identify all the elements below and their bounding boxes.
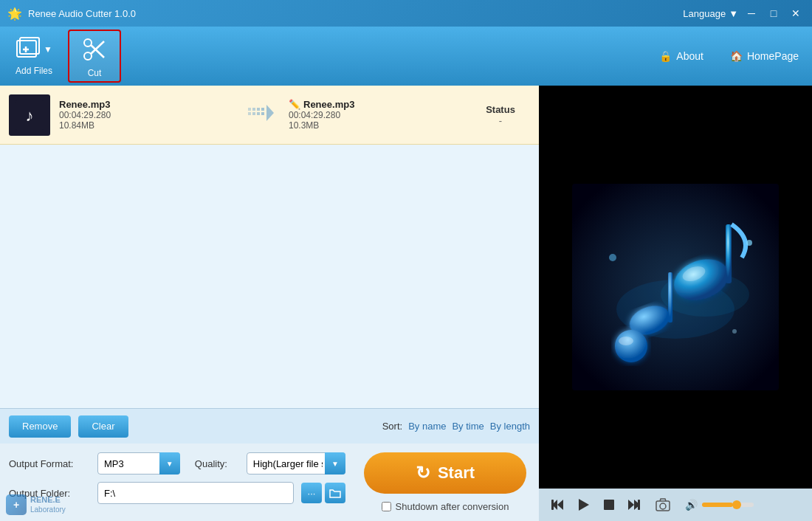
brand-text: RENE.E Laboratory <box>30 495 66 514</box>
stop-icon <box>602 498 616 511</box>
refresh-icon: ↻ <box>416 463 430 483</box>
svg-rect-17 <box>261 112 264 115</box>
svg-rect-10 <box>248 108 251 111</box>
sort-by-time[interactable]: By time <box>452 421 484 432</box>
about-nav-item[interactable]: 🔒 About <box>653 46 709 66</box>
file-output-info: ✏️ Renee.mp3 00:04:29.280 10.3MB <box>289 99 462 131</box>
svg-rect-14 <box>248 112 251 115</box>
app-logo: 🌟 <box>7 7 22 21</box>
language-label: Language <box>683 8 726 19</box>
shutdown-checkbox[interactable] <box>382 502 391 511</box>
app-title: Renee Audio Cutter 1.0.0 <box>28 8 683 19</box>
svg-point-5 <box>84 39 92 46</box>
skip-forward-button[interactable] <box>625 497 644 513</box>
brand-name: RENE.E <box>30 495 66 505</box>
svg-marker-34 <box>557 500 563 510</box>
brand-watermark: + RENE.E Laboratory <box>6 494 66 515</box>
brand-lab: Laboratory <box>30 506 66 514</box>
output-folder-path: F:\ <box>97 482 294 504</box>
svg-rect-12 <box>257 108 260 111</box>
cut-label: Cut <box>88 68 102 78</box>
skip-back-button[interactable] <box>548 497 567 513</box>
play-button[interactable] <box>573 496 593 514</box>
svg-rect-33 <box>551 500 554 510</box>
quality-dropdown-arrow[interactable]: ▼ <box>325 452 345 475</box>
cut-button[interactable]: Cut <box>68 30 121 83</box>
input-duration: 00:04:29.280 <box>59 110 233 120</box>
svg-point-41 <box>660 503 666 509</box>
lock-icon: 🔒 <box>659 50 672 62</box>
status-value: - <box>471 115 530 126</box>
toolbar-nav: 🔒 About 🏠 HomePage <box>653 46 805 66</box>
scissors-icon <box>79 34 110 65</box>
shutdown-check-row: Shutdown after conversion <box>382 501 509 512</box>
homepage-label: HomePage <box>747 50 799 62</box>
svg-marker-37 <box>628 500 634 510</box>
homepage-nav-item[interactable]: 🏠 HomePage <box>724 46 805 66</box>
browse-folder-button[interactable]: ··· <box>301 483 322 503</box>
svg-marker-18 <box>266 105 274 121</box>
open-folder-icon <box>329 488 341 498</box>
about-label: About <box>676 50 703 62</box>
add-files-icon <box>16 36 42 63</box>
output-duration: 00:04:29.280 <box>289 110 462 120</box>
input-filename: Renee.mp3 <box>59 99 233 110</box>
svg-text:♪: ♪ <box>26 106 34 124</box>
right-panel: 🔊 <box>539 86 812 521</box>
quality-select-wrap: High(Larger file size) ▼ <box>247 452 345 475</box>
volume-thumb <box>732 500 741 509</box>
shutdown-label: Shutdown after conversion <box>396 501 509 512</box>
language-selector[interactable]: Language ▼ <box>683 8 738 19</box>
start-button[interactable]: ↻ Start <box>364 452 526 494</box>
music-thumb-icon: ♪ <box>15 100 44 130</box>
settings-area: Output Format: MP3 ▼ Quality: High(Large… <box>0 444 539 521</box>
maximize-button[interactable]: □ <box>765 4 782 22</box>
add-files-dropdown-arrow[interactable]: ▼ <box>44 44 52 55</box>
volume-slider[interactable] <box>702 503 754 507</box>
preview-area <box>539 86 812 489</box>
home-icon: 🏠 <box>730 50 743 62</box>
convert-arrow-icon <box>247 105 274 125</box>
titlebar: 🌟 Renee Audio Cutter 1.0.0 Language ▼ ─ … <box>0 0 812 27</box>
svg-rect-23 <box>726 224 732 283</box>
player-controls: 🔊 <box>539 489 812 521</box>
left-content: ♪ Renee.mp3 00:04:29.280 10.84MB <box>0 86 539 521</box>
file-thumbnail: ♪ <box>9 94 50 136</box>
svg-point-29 <box>746 240 752 246</box>
music-visualization <box>572 184 779 390</box>
start-label: Start <box>438 463 475 483</box>
close-button[interactable]: ✕ <box>787 4 805 22</box>
output-format-label: Output Format: <box>9 458 90 469</box>
table-row: ♪ Renee.mp3 00:04:29.280 10.84MB <box>0 86 539 145</box>
svg-point-31 <box>732 329 737 334</box>
add-files-label: Add Files <box>16 66 52 76</box>
output-size: 10.3MB <box>289 120 462 131</box>
open-folder-button[interactable] <box>325 483 345 503</box>
output-filename: Renee.mp3 <box>303 99 354 110</box>
quality-label: Quality: <box>195 458 239 469</box>
svg-rect-11 <box>252 108 255 111</box>
sort-by-name[interactable]: By name <box>408 421 446 432</box>
camera-icon <box>656 498 670 511</box>
app-window: 🌟 Renee Audio Cutter 1.0.0 Language ▼ ─ … <box>0 0 812 521</box>
output-format-select-wrap: MP3 ▼ <box>97 452 180 475</box>
minimize-button[interactable]: ─ <box>743 4 760 22</box>
svg-point-4 <box>84 52 92 60</box>
output-format-dropdown-arrow[interactable]: ▼ <box>159 452 180 475</box>
sort-by-length[interactable]: By length <box>490 421 530 432</box>
stop-button[interactable] <box>599 497 619 513</box>
volume-icon: 🔊 <box>685 499 698 511</box>
remove-button[interactable]: Remove <box>9 415 71 438</box>
edit-icon: ✏️ <box>289 99 300 110</box>
clear-button[interactable]: Clear <box>78 415 128 438</box>
sort-label: Sort: <box>382 421 402 432</box>
language-dropdown-icon: ▼ <box>729 8 738 19</box>
add-files-button[interactable]: ▼ Add Files <box>7 30 61 83</box>
scissors-svg <box>80 35 109 63</box>
brand-logo-icon: + <box>13 499 19 511</box>
screenshot-button[interactable] <box>653 497 673 513</box>
svg-rect-36 <box>604 500 614 510</box>
skip-forward-icon <box>627 498 641 511</box>
play-icon <box>576 497 591 512</box>
sort-section: Sort: By name By time By length <box>382 421 530 432</box>
